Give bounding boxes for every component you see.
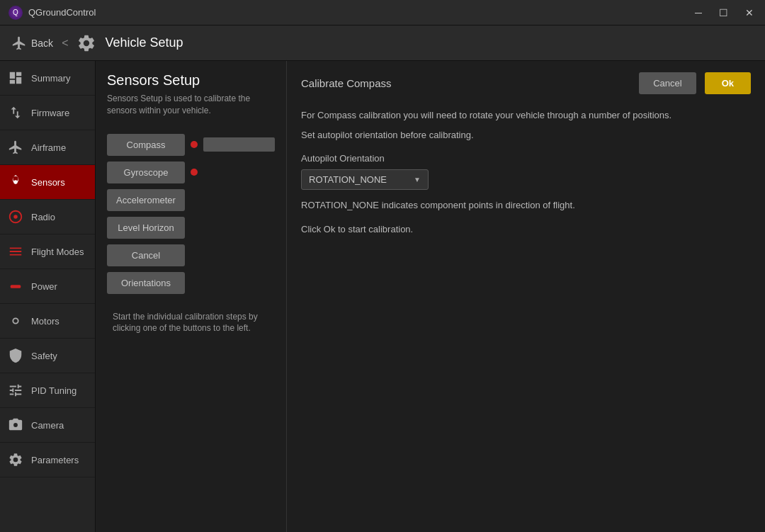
sidebar-label-safety: Safety <box>31 351 57 361</box>
compass-progress <box>203 137 275 152</box>
cancel-cal-button[interactable]: Cancel <box>107 244 185 266</box>
cancel-cal-row: Cancel <box>107 244 275 266</box>
gyroscope-button[interactable]: Gyroscope <box>107 162 185 183</box>
svg-point-3 <box>13 318 18 323</box>
sensors-left: Sensors Setup Sensors Setup is used to c… <box>96 61 287 532</box>
calibrate-header: Calibrate Compass Cancel Ok <box>301 72 751 94</box>
gyroscope-row: Gyroscope <box>107 162 275 183</box>
safety-icon <box>7 347 24 364</box>
sidebar-item-firmware[interactable]: Firmware <box>0 96 95 130</box>
sidebar-item-sensors[interactable]: Sensors <box>0 165 95 200</box>
power-icon <box>7 278 24 295</box>
sensors-icon <box>7 174 24 191</box>
parameters-icon <box>7 451 24 468</box>
accelerometer-button[interactable]: Accelerometer <box>107 189 185 211</box>
sidebar-label-motors: Motors <box>31 316 60 327</box>
maximize-button[interactable]: ☐ <box>716 7 731 18</box>
sidebar-item-summary[interactable]: Summary <box>0 61 95 96</box>
svg-point-1 <box>13 215 18 219</box>
orientations-button[interactable]: Orientations <box>107 272 185 294</box>
sidebar: Summary Firmware Airframe Sensors <box>0 61 96 532</box>
sidebar-label-firmware: Firmware <box>31 108 69 118</box>
sidebar-label-flight-modes: Flight Modes <box>31 247 84 257</box>
sidebar-item-motors[interactable]: Motors <box>0 304 95 339</box>
topnav: Back < Vehicle Setup <box>0 26 765 61</box>
sidebar-label-airframe: Airframe <box>31 142 66 153</box>
orientations-row: Orientations <box>107 272 275 294</box>
calibrate-desc-line1: For Compass calibration you will need to… <box>301 108 751 123</box>
sensors-right: Calibrate Compass Cancel Ok For Compass … <box>287 61 765 532</box>
back-label: Back <box>31 38 53 49</box>
sidebar-item-parameters[interactable]: Parameters <box>0 443 95 477</box>
sidebar-item-pid-tuning[interactable]: PID Tuning <box>0 373 95 408</box>
calibrate-title: Calibrate Compass <box>301 77 630 89</box>
content-area: Sensors Setup Sensors Setup is used to c… <box>96 61 765 532</box>
firmware-icon <box>7 104 24 121</box>
motors-icon <box>7 312 24 329</box>
click-ok-note: Click Ok to start calibration. <box>301 224 751 234</box>
airframe-icon <box>7 139 24 156</box>
radio-icon <box>7 208 24 225</box>
close-button[interactable]: ✕ <box>742 7 756 18</box>
svg-rect-2 <box>11 285 21 288</box>
back-button[interactable]: Back <box>11 35 53 51</box>
sidebar-label-camera: Camera <box>31 420 64 431</box>
main-layout: Summary Firmware Airframe Sensors <box>0 61 765 532</box>
sensors-main: Sensors Setup Sensors Setup is used to c… <box>96 61 765 532</box>
compass-row: Compass <box>107 134 275 156</box>
ok-button[interactable]: Ok <box>705 72 751 94</box>
orientation-select[interactable]: ROTATION_NONE ▼ <box>301 169 429 190</box>
app-title: QGroundControl <box>28 7 96 18</box>
sidebar-label-sensors: Sensors <box>31 177 65 188</box>
gyroscope-dot <box>191 169 198 176</box>
sidebar-label-summary: Summary <box>31 73 71 84</box>
nav-separator: < <box>62 37 68 50</box>
minimize-button[interactable]: ─ <box>692 7 705 18</box>
compass-button[interactable]: Compass <box>107 134 185 156</box>
calibrate-desc-line2: Set autopilot orientation before calibra… <box>301 128 751 142</box>
autopilot-orientation-label: Autopilot Orientation <box>301 153 751 164</box>
sensors-header: Sensors Setup Sensors Setup is used to c… <box>107 72 275 128</box>
sidebar-label-pid-tuning: PID Tuning <box>31 385 76 396</box>
gear-icon <box>76 33 96 53</box>
orientation-note: ROTATION_NONE indicates component points… <box>301 198 751 213</box>
app-icon: Q <box>8 6 23 20</box>
cancel-button[interactable]: Cancel <box>639 72 696 94</box>
flight-modes-icon <box>7 243 24 260</box>
plane-icon <box>11 35 27 51</box>
chevron-down-icon: ▼ <box>414 176 421 183</box>
sidebar-item-power[interactable]: Power <box>0 269 95 304</box>
camera-icon <box>7 417 24 434</box>
titlebar-left: Q QGroundControl <box>8 6 96 20</box>
sensors-title: Sensors Setup <box>107 72 275 89</box>
sidebar-item-safety[interactable]: Safety <box>0 339 95 373</box>
level-horizon-button[interactable]: Level Horizon <box>107 217 185 239</box>
sensors-description: Sensors Setup is used to calibrate the s… <box>107 93 275 117</box>
calibrate-description: For Compass calibration you will need to… <box>301 108 751 142</box>
sidebar-item-radio[interactable]: Radio <box>0 200 95 234</box>
sidebar-label-power: Power <box>31 281 57 292</box>
accelerometer-row: Accelerometer <box>107 189 275 211</box>
titlebar: Q QGroundControl ─ ☐ ✕ <box>0 0 765 26</box>
pid-tuning-icon <box>7 382 24 399</box>
sidebar-label-radio: Radio <box>31 212 55 222</box>
sensors-instruction: Start the individual calibration steps b… <box>107 305 275 341</box>
sidebar-item-camera[interactable]: Camera <box>0 408 95 443</box>
level-horizon-row: Level Horizon <box>107 217 275 239</box>
compass-dot <box>191 141 198 148</box>
sidebar-item-flight-modes[interactable]: Flight Modes <box>0 234 95 269</box>
summary-icon <box>7 69 24 86</box>
page-title: Vehicle Setup <box>105 35 183 50</box>
orientation-value: ROTATION_NONE <box>309 174 408 185</box>
titlebar-controls: ─ ☐ ✕ <box>692 7 756 18</box>
sidebar-item-airframe[interactable]: Airframe <box>0 130 95 165</box>
sidebar-label-parameters: Parameters <box>31 455 79 465</box>
